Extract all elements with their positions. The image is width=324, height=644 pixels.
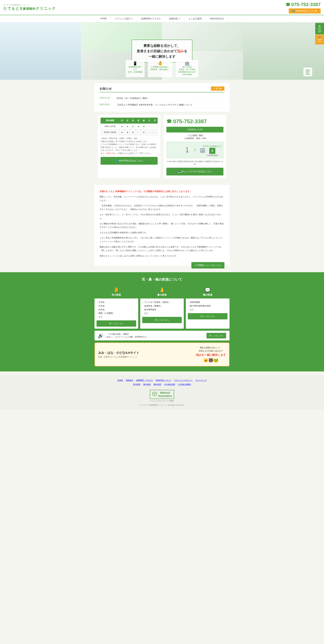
ct-icon: 📱 xyxy=(128,61,142,66)
footer-sep-5: ・ xyxy=(193,379,195,381)
side-phone-button[interactable]: ☎ 075- 752- 3387 xyxy=(315,23,324,34)
qa-highlight-text: 悩みを一緒に解決します xyxy=(196,353,226,357)
hero-cell-1 xyxy=(0,22,81,80)
schedule-tue-morning: ● xyxy=(125,124,130,130)
mi-subtitle: クリニックホームページ制作 xyxy=(150,400,174,402)
schedule-thu-morning: ● xyxy=(136,124,141,130)
chevron-right-icon: ▶ xyxy=(315,10,317,12)
mi-cube-icon xyxy=(152,392,157,397)
side-web-button[interactable]: 🌐 WEB予約 xyxy=(315,35,324,44)
footer-link-sitemap[interactable]: サイトマップ xyxy=(195,379,207,381)
ear-detail-button[interactable]: 詳しくはこちら xyxy=(97,320,136,327)
ear-item-1: 中耳炎 xyxy=(97,300,136,304)
ear-item-5: など xyxy=(97,315,136,319)
access-detail-button[interactable]: 💻 詳しいアクセス方法はこちら xyxy=(167,168,223,176)
footer-nav: HOME ・ 医院紹介 ・ 診療時間・アクセス ・ WEB予約について ・ プラ… xyxy=(3,378,321,386)
schedule-note-1: 【休診】土曜日午後、木曜日・日曜日・祝日 xyxy=(101,137,157,140)
other-disease-icon: 🔊 xyxy=(98,333,104,338)
nav-link-clinic[interactable]: クリニック紹介 ▼ xyxy=(111,15,137,22)
throat-disease-card: 💬 喉の疾患 頭頸部腫瘍 嚥下障害/無呼吸症候群 など 詳しくはこちら xyxy=(186,285,230,329)
footer-link-ear[interactable]: 耳の疾患 xyxy=(133,383,140,385)
ear-item-3: 内耳炎 xyxy=(97,308,136,312)
site-header: たてもと耳鼻咽喉科クリニック たてもと耳鼻咽喉科クリニック ☎ 075-752-… xyxy=(0,0,324,15)
child-icon: 👶 xyxy=(150,61,171,66)
other-detail-button[interactable]: 詳しくはこちら xyxy=(207,333,226,338)
hearing-section: 京都のたてもと耳鼻咽喉科クリニックでは、小児難聴の早期発見には特に注力しておりま… xyxy=(94,185,230,266)
schedule-sat-morning: — xyxy=(147,124,152,130)
phone-icon: ☎ xyxy=(316,24,323,27)
diseases-title: 耳・鼻・喉の疾患について xyxy=(94,277,230,282)
footer-link-privacy[interactable]: プライバシーポリシー xyxy=(174,379,193,381)
nose-icon: 👃 xyxy=(142,287,182,293)
throat-card-title: 喉の疾患 xyxy=(188,294,227,296)
header-right: ☎ 075-752-3387 🌐 WEB予約はこちら ▶ xyxy=(285,1,321,14)
news-date-2: 2023.09.19 xyxy=(100,103,113,106)
exit-info: 地下鉄三条京阪駅出入口 2 (京阪連絡通路) xyxy=(203,145,222,156)
nav-item-faq: よくある質問 xyxy=(185,15,206,22)
throat-disease-list: 頭頸部腫瘍 嚥下障害/無呼吸症候群 など xyxy=(188,300,227,312)
mi-text: Method Innovation xyxy=(158,391,172,398)
news-title: お知らせ xyxy=(100,87,112,91)
hearing-para-4: また難聴が未発達である お子さまの場合、補聴器を使うにしても早い期間に「聴くとい… xyxy=(100,222,224,229)
qa-animals: 🐱🐻🐸 xyxy=(196,358,226,363)
footer-link-clinic[interactable]: 医院紹介 xyxy=(126,379,133,381)
nav-item-hours: 診療時間＆アクセス xyxy=(137,15,165,22)
ear-item-4: 難聴（小児難聴） xyxy=(97,312,136,315)
ear-icon: 👂 xyxy=(97,287,136,293)
phone-icon-access: ☎ xyxy=(167,118,172,125)
nav-link-faq[interactable]: よくある質問 xyxy=(185,15,206,22)
person-icon: 🚶 xyxy=(185,147,190,153)
news-item-1: 2024.01.18 3月6日（水）午前休診のご案内 xyxy=(100,95,224,102)
footer-link-other-treatment[interactable]: その他の治療法 xyxy=(178,383,191,385)
nav-link-treatment[interactable]: 診療内容 ▼ xyxy=(165,15,185,22)
nose-item-1: アレルギー性鼻炎（花粉症） xyxy=(142,300,182,304)
access-phone: ☎ 075-752-3387 xyxy=(167,118,223,125)
method-innovation-logo: Method Innovation クリニックホームページ制作 xyxy=(150,390,174,402)
full-address: 〒605-0000 京都府京都市東山区三条大橋東入大橋町94三条鈴木ビル5F xyxy=(167,160,223,166)
news-more-button[interactable]: 一覧へ▶ xyxy=(211,86,224,91)
hearing-para-3: また「聴き取りにくい」と一言でいっても、それが高音なのか低音なのかなど、どういう… xyxy=(100,213,224,220)
throat-item-3: など xyxy=(188,308,227,312)
schedule-col-sun: 日 xyxy=(152,118,157,124)
schedule-box: 受付時間 月 火 水 木 金 土 日 9:00〜12:30 ● ● ● ● xyxy=(98,115,160,178)
schedule-col-mon: 月 xyxy=(119,118,125,124)
hero-feature-1: 📱 耳鼻咽喉科用CTなど充実した医療機器 xyxy=(126,60,145,77)
clinic-logo: たてもと耳鼻咽喉科クリニック たてもと耳鼻咽喉科クリニック xyxy=(3,4,56,11)
main-nav: HOME クリニック紹介 ▼ 診療時間＆アクセス 診療内容 ▼ よくある質問 W… xyxy=(0,15,324,22)
ear-item-2: 外耳炎 xyxy=(97,304,136,308)
footer-link-throat[interactable]: 喉の疾患 xyxy=(154,383,161,385)
schedule-sat-afternoon: — xyxy=(147,130,152,135)
access-description-1: いろは通商に隣接 三条通南側、東側へ10M xyxy=(167,134,223,140)
nose-item-4: など xyxy=(142,312,182,315)
hero-text-line1: 豊富な経験を活かして、 患者さまの目線に合わせて悩みを一緒に解決します xyxy=(137,43,187,59)
footer-link-web[interactable]: WEB予約について xyxy=(156,379,171,381)
svg-marker-1 xyxy=(152,392,156,394)
schedule-wed-morning: ● xyxy=(130,124,136,130)
news-section: お知らせ 一覧へ▶ 2024.01.18 3月6日（水）午前休診のご案内 202… xyxy=(94,83,230,112)
schedule-note-3: たてもと耳鼻咽喉科クリニックは予約制ですが、患者さまの状態や診療の状況によって、… xyxy=(101,143,157,152)
building-name: 三条鈴木ビル5F xyxy=(167,127,223,132)
hearing-para-7: 難聴は何かと誤解を受けやすい障害です。その治療には言葉の支えが何よりも必要です。… xyxy=(100,245,224,252)
throat-detail-button[interactable]: 詳しくはこちら xyxy=(188,313,227,320)
footer-link-nose[interactable]: 鼻の疾患 xyxy=(143,383,151,385)
arrow-icon: ↑ xyxy=(194,147,196,153)
nav-link-hours[interactable]: 診療時間＆アクセス xyxy=(137,15,165,22)
news-item-2: 2023.09.19 【10月より予約開始】令和5年/6年度・インフルエンザワク… xyxy=(100,102,224,108)
qa-subtitle: 監修：京都市のたてもと耳鼻咽喉科クリニック xyxy=(98,356,193,358)
footer-link-other-symptoms[interactable]: その他の症状 xyxy=(164,383,175,385)
footer-link-hours[interactable]: 診療時間・アクセス xyxy=(136,379,153,381)
header-web-reservation-button[interactable]: 🌐 WEB予約はこちら ▶ xyxy=(289,8,321,14)
nose-detail-button[interactable]: 詳しくはこちら xyxy=(142,317,182,323)
news-header: お知らせ 一覧へ▶ xyxy=(100,86,224,92)
nav-link-home[interactable]: HOME xyxy=(96,15,111,22)
hearing-para-8: 患者さまとじっくりと話しながら診察と治療をおこなっていきたいと考えております。 xyxy=(100,254,224,258)
nav-link-web-reservation[interactable]: WEB予約方法 xyxy=(206,15,228,22)
hearing-para-1: 難聴というと「老化現象」というイメージがあるかもしれません。しかし先天的なものも… xyxy=(100,195,224,202)
hero-banner: 豊富な経験を活かして、 患者さまの目線に合わせて悩みを一緒に解決します 📱 耳鼻… xyxy=(0,22,324,80)
hearing-link-button[interactable]: 小児難聴についてはこちら xyxy=(191,262,224,268)
access-map: 🚶 ↑ 🏢 地下鉄三条京阪駅出入口 2 (京阪連絡通路) xyxy=(167,142,223,158)
web-reservation-schedule-button[interactable]: 🌐 WEB予約方法はこちら xyxy=(101,157,157,165)
other-disease-row: 🔊 ・その他の症状、治療法 めまい、コブレーション治療、音声医学など 詳しくはこ… xyxy=(94,331,230,340)
footer-sep-8: ・ xyxy=(162,383,164,385)
footer-link-home[interactable]: HOME xyxy=(117,379,123,381)
